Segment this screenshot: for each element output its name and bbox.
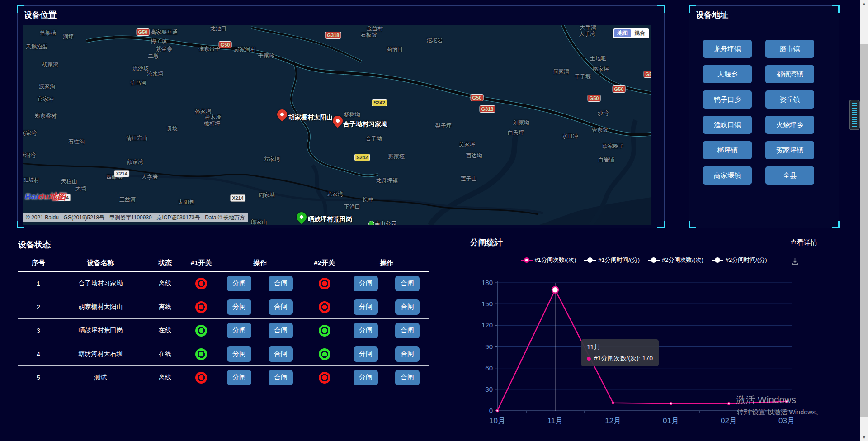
address-button[interactable]: 榔坪镇 <box>703 141 752 159</box>
cell-index: 5 <box>18 374 59 381</box>
address-button[interactable]: 全县 <box>765 166 814 185</box>
road-shield-g50: G50 <box>471 94 484 101</box>
corner-bracket <box>17 5 24 13</box>
scrollbar-up-arrow[interactable]: ▲ <box>860 1 868 6</box>
data-point[interactable] <box>496 410 499 412</box>
cell-switch1 <box>188 278 215 289</box>
map-type-hybrid-button[interactable]: 混合 <box>631 29 648 37</box>
close-button[interactable]: 合闸 <box>269 276 293 291</box>
map-place-label: 高家堰互通 <box>151 28 178 36</box>
scrollbar-thumb[interactable] <box>860 44 868 417</box>
address-button[interactable]: 鸭子口乡 <box>703 90 752 109</box>
map-place-label: 彭家垭 <box>388 153 405 161</box>
map-place-label: 周家坳 <box>259 191 275 199</box>
trip-button[interactable]: 分闸 <box>227 276 251 291</box>
svg-text:150: 150 <box>481 300 493 308</box>
map-place-label: 天柱山 <box>61 178 77 185</box>
map-type-map-button[interactable]: 地图 <box>614 29 631 37</box>
view-details-link[interactable]: 查看详情 <box>790 238 817 247</box>
map-pin-label: 胡家棚村太阳山 <box>288 114 333 122</box>
trip-stats-section: 分闸统计 查看详情 #1分闸次数/(次)#1分闸时间/(分)#2分闸次数/(次)… <box>470 235 852 441</box>
trip-button[interactable]: 分闸 <box>354 346 378 362</box>
close-button[interactable]: 合闸 <box>269 323 293 338</box>
trip-button[interactable]: 分闸 <box>354 370 378 385</box>
trip-button[interactable]: 分闸 <box>227 323 251 338</box>
address-button[interactable]: 磨市镇 <box>765 40 814 58</box>
address-button[interactable]: 高家堰镇 <box>703 166 752 185</box>
switch2-indicator-green <box>319 325 330 337</box>
map-place-label: 石柱沟 <box>68 138 85 146</box>
map-place-label: 刘家坳 <box>513 119 529 127</box>
device-status-section: 设备状态 序号设备名称状态#1开关操作#2开关操作1合子坳村习家坳离线分闸合闸分… <box>18 237 429 389</box>
legend-item[interactable]: #1分闸次数/(次) <box>521 256 576 264</box>
close-button[interactable]: 合闸 <box>395 323 420 338</box>
scroll-marker-widget[interactable] <box>849 100 860 130</box>
map-place-label: 洞坪 <box>63 33 74 41</box>
address-button[interactable]: 都镇湾镇 <box>765 65 814 83</box>
map-type-toggle: 地图 混合 <box>613 28 649 38</box>
data-point[interactable] <box>728 403 730 405</box>
close-button[interactable]: 合闸 <box>395 370 420 385</box>
data-point[interactable] <box>612 402 614 404</box>
baidu-logo: Baidu地图 <box>25 191 66 203</box>
device-location-panel: 设备位置 <box>17 5 665 228</box>
legend-item[interactable]: #1分闸时间/(分) <box>584 256 640 264</box>
cell-index: 1 <box>18 280 59 287</box>
trip-button[interactable]: 分闸 <box>354 299 378 315</box>
chart-section-title: 分闸统计 <box>470 237 503 248</box>
close-button[interactable]: 合闸 <box>395 299 420 315</box>
map-place-label: 龙舟坪镇 <box>376 177 398 185</box>
map-place-label: 千家岭 <box>258 52 274 60</box>
download-icon[interactable] <box>791 258 799 267</box>
cell-operations1: 分闸合闸 <box>215 346 305 362</box>
scroll-marker-bars <box>852 103 857 127</box>
map-pin[interactable] <box>333 116 343 126</box>
map-pin[interactable] <box>277 109 287 119</box>
trip-button[interactable]: 分闸 <box>354 276 378 291</box>
close-button[interactable]: 合闸 <box>269 370 293 385</box>
close-button[interactable]: 合闸 <box>395 346 420 362</box>
legend-item[interactable]: #2分闸次数/(次) <box>648 256 703 264</box>
park-poi-icon <box>368 221 374 225</box>
address-button[interactable]: 贺家坪镇 <box>765 141 814 159</box>
road-shield-g50: G50 <box>644 71 651 78</box>
map-attribution: © 2021 Baidu - GS(2019)5218号 - 甲测资字11009… <box>23 213 248 222</box>
close-button[interactable]: 合闸 <box>269 346 293 362</box>
map-place-label: 梨子坪 <box>435 122 452 130</box>
trip-button[interactable]: 分闸 <box>354 323 378 338</box>
cell-status: 在线 <box>142 327 188 335</box>
highlighted-data-point[interactable] <box>552 287 558 293</box>
scrollbar-down-arrow[interactable]: ▼ <box>860 435 868 440</box>
address-button[interactable]: 渔峡口镇 <box>703 116 752 134</box>
close-button[interactable]: 合闸 <box>269 299 293 315</box>
browser-scrollbar[interactable]: ▲ ▼ <box>860 0 868 441</box>
address-button[interactable]: 资丘镇 <box>765 90 814 109</box>
address-button[interactable]: 龙舟坪镇 <box>703 40 752 58</box>
map-place-label: 水田冲 <box>562 133 578 140</box>
trip-button[interactable]: 分闸 <box>227 346 251 362</box>
cell-device-name: 塘坊河村大石坝 <box>59 350 142 358</box>
address-button[interactable]: 大堰乡 <box>703 65 752 83</box>
map-place-label: 方家塆 <box>264 156 280 163</box>
map-place-label: 贯坡 <box>167 125 178 133</box>
legend-label: #1分闸次数/(次) <box>535 256 576 264</box>
legend-item[interactable]: #2分闸时间/(分) <box>712 256 767 264</box>
trip-button[interactable]: 分闸 <box>227 299 251 315</box>
map-place-label: 沁水塆 <box>147 70 163 78</box>
address-panel-title: 设备地址 <box>696 9 728 20</box>
cell-switch1 <box>188 325 215 337</box>
svg-text:120: 120 <box>481 321 493 329</box>
cell-index: 4 <box>18 351 59 358</box>
cell-switch2 <box>305 278 344 289</box>
map-pin[interactable] <box>297 212 307 222</box>
data-point[interactable] <box>670 403 672 405</box>
road-shield-x214: X214 <box>230 194 245 202</box>
close-button[interactable]: 合闸 <box>395 276 420 291</box>
address-button[interactable]: 火烧坪乡 <box>765 116 814 134</box>
baidu-map[interactable]: 笔架槽洞坪天鹅抱蛋胡家湾渡家沟官家冲郑家梁树杨家湾墙洞湾阴阳坡村天柱山大塆石柱沟… <box>23 25 651 225</box>
park-poi-label: 南山公园 <box>375 220 396 226</box>
map-place-label: 笔架槽 <box>40 29 56 37</box>
trip-button[interactable]: 分闸 <box>227 370 251 385</box>
road-shield-g50: G50 <box>219 41 232 48</box>
map-place-label: 颜家湾 <box>127 158 143 166</box>
